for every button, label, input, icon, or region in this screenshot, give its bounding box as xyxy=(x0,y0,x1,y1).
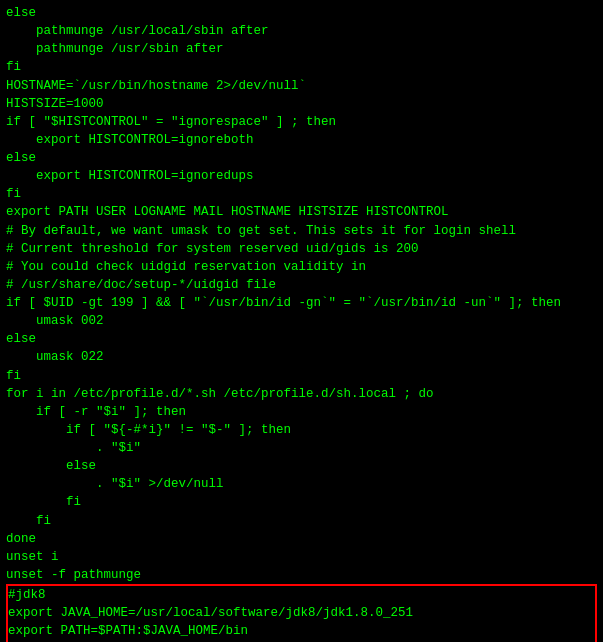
code-line: else xyxy=(6,4,597,22)
code-line: # /usr/share/doc/setup-*/uidgid file xyxy=(6,276,597,294)
code-line: if [ "$HISTCONTROL" = "ignorespace" ] ; … xyxy=(6,113,597,131)
code-line: export HISTCONTROL=ignoreboth xyxy=(6,131,597,149)
code-line: HISTSIZE=1000 xyxy=(6,95,597,113)
code-line: export PATH USER LOGNAME MAIL HOSTNAME H… xyxy=(6,203,597,221)
code-line: fi xyxy=(6,493,597,511)
code-line: else xyxy=(6,330,597,348)
code-line: for i in /etc/profile.d/*.sh /etc/profil… xyxy=(6,385,597,403)
code-line: unset i xyxy=(6,548,597,566)
terminal-window: else pathmunge /usr/local/sbin after pat… xyxy=(0,0,603,642)
code-line: if [ "${-#*i}" != "$-" ]; then xyxy=(6,421,597,439)
code-line: # You could check uidgid reservation val… xyxy=(6,258,597,276)
code-line: # By default, we want umask to get set. … xyxy=(6,222,597,240)
highlighted-code-line: #jdk8 xyxy=(8,586,595,604)
code-line: unset -f pathmunge xyxy=(6,566,597,584)
code-line: . "$i" >/dev/null xyxy=(6,475,597,493)
code-line: HOSTNAME=`/usr/bin/hostname 2>/dev/null` xyxy=(6,77,597,95)
code-line: if [ $UID -gt 199 ] && [ "`/usr/bin/id -… xyxy=(6,294,597,312)
code-line: export HISTCONTROL=ignoredups xyxy=(6,167,597,185)
code-line: else xyxy=(6,457,597,475)
code-line: if [ -r "$i" ]; then xyxy=(6,403,597,421)
code-line: umask 022 xyxy=(6,348,597,366)
code-line: pathmunge /usr/local/sbin after xyxy=(6,22,597,40)
highlighted-code-line: export JAVA_HOME=/usr/local/software/jdk… xyxy=(8,604,595,622)
code-line: fi xyxy=(6,58,597,76)
code-line: fi xyxy=(6,512,597,530)
code-line: umask 002 xyxy=(6,312,597,330)
code-line: done xyxy=(6,530,597,548)
code-line: fi xyxy=(6,185,597,203)
code-line: fi xyxy=(6,367,597,385)
code-line: . "$i" xyxy=(6,439,597,457)
code-line: else xyxy=(6,149,597,167)
highlighted-code-line: export PATH=$PATH:$JAVA_HOME/bin xyxy=(8,622,595,640)
highlighted-block: #jdk8export JAVA_HOME=/usr/local/softwar… xyxy=(6,584,597,642)
code-line: pathmunge /usr/sbin after xyxy=(6,40,597,58)
code-line: # Current threshold for system reserved … xyxy=(6,240,597,258)
